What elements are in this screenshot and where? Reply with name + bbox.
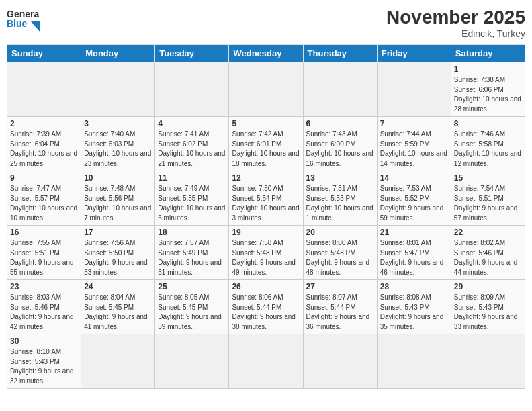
day-number: 18 (158, 228, 226, 237)
col-tuesday: Tuesday (155, 45, 229, 62)
day-number: 2 (10, 119, 78, 128)
day-number: 19 (232, 228, 300, 237)
location: Edincik, Turkey (386, 28, 525, 39)
calendar-cell: 25Sunrise: 8:05 AMSunset: 5:45 PMDayligh… (155, 280, 229, 334)
calendar-cell: 20Sunrise: 8:00 AMSunset: 5:48 PMDayligh… (303, 226, 377, 280)
day-number: 24 (84, 282, 152, 291)
day-info: Sunrise: 8:09 AMSunset: 5:43 PMDaylight:… (454, 293, 522, 332)
day-info: Sunrise: 7:54 AMSunset: 5:51 PMDaylight:… (454, 184, 522, 223)
calendar-table: Sunday Monday Tuesday Wednesday Thursday… (7, 44, 525, 389)
day-info: Sunrise: 7:44 AMSunset: 5:59 PMDaylight:… (380, 130, 448, 169)
day-number: 22 (454, 228, 522, 237)
day-number: 26 (232, 282, 300, 291)
day-number: 12 (232, 173, 300, 183)
calendar-cell (81, 62, 155, 117)
day-info: Sunrise: 7:42 AMSunset: 6:01 PMDaylight:… (232, 130, 300, 169)
calendar-cell (7, 62, 81, 117)
day-info: Sunrise: 8:04 AMSunset: 5:45 PMDaylight:… (84, 293, 152, 332)
calendar-page: General Blue November 2025 Edincik, Turk… (0, 0, 532, 411)
calendar-cell: 23Sunrise: 8:03 AMSunset: 5:46 PMDayligh… (7, 280, 81, 334)
day-number: 29 (454, 282, 522, 291)
col-wednesday: Wednesday (229, 45, 303, 62)
calendar-cell: 15Sunrise: 7:54 AMSunset: 5:51 PMDayligh… (451, 171, 525, 226)
day-info: Sunrise: 8:03 AMSunset: 5:46 PMDaylight:… (10, 293, 78, 332)
calendar-cell: 6Sunrise: 7:43 AMSunset: 6:00 PMDaylight… (303, 117, 377, 171)
day-info: Sunrise: 7:39 AMSunset: 6:04 PMDaylight:… (10, 130, 78, 169)
day-number: 4 (158, 119, 226, 128)
calendar-cell (303, 334, 377, 389)
day-number: 23 (10, 282, 78, 291)
day-number: 13 (306, 173, 374, 183)
calendar-cell (451, 334, 525, 389)
day-info: Sunrise: 8:10 AMSunset: 5:43 PMDaylight:… (10, 347, 78, 386)
day-info: Sunrise: 7:43 AMSunset: 6:00 PMDaylight:… (306, 130, 374, 169)
col-monday: Monday (81, 45, 155, 62)
svg-text:Blue: Blue (7, 18, 28, 29)
calendar-cell: 19Sunrise: 7:58 AMSunset: 5:48 PMDayligh… (229, 226, 303, 280)
day-number: 27 (306, 282, 374, 291)
day-info: Sunrise: 8:07 AMSunset: 5:44 PMDaylight:… (306, 293, 374, 332)
day-number: 10 (84, 173, 152, 183)
col-saturday: Saturday (451, 45, 525, 62)
calendar-cell (229, 62, 303, 117)
calendar-cell: 24Sunrise: 8:04 AMSunset: 5:45 PMDayligh… (81, 280, 155, 334)
logo-icon: General Blue (7, 7, 40, 34)
calendar-cell: 30Sunrise: 8:10 AMSunset: 5:43 PMDayligh… (7, 334, 81, 389)
day-number: 25 (158, 282, 226, 291)
calendar-cell: 12Sunrise: 7:50 AMSunset: 5:54 PMDayligh… (229, 171, 303, 226)
calendar-cell: 29Sunrise: 8:09 AMSunset: 5:43 PMDayligh… (451, 280, 525, 334)
calendar-cell: 2Sunrise: 7:39 AMSunset: 6:04 PMDaylight… (7, 117, 81, 171)
calendar-cell: 5Sunrise: 7:42 AMSunset: 6:01 PMDaylight… (229, 117, 303, 171)
calendar-cell (155, 334, 229, 389)
day-info: Sunrise: 8:05 AMSunset: 5:45 PMDaylight:… (158, 293, 226, 332)
calendar-cell: 10Sunrise: 7:48 AMSunset: 5:56 PMDayligh… (81, 171, 155, 226)
calendar-cell: 4Sunrise: 7:41 AMSunset: 6:02 PMDaylight… (155, 117, 229, 171)
calendar-cell: 7Sunrise: 7:44 AMSunset: 5:59 PMDaylight… (377, 117, 451, 171)
day-info: Sunrise: 7:49 AMSunset: 5:55 PMDaylight:… (158, 184, 226, 223)
day-info: Sunrise: 7:56 AMSunset: 5:50 PMDaylight:… (84, 238, 152, 277)
calendar-cell (377, 334, 451, 389)
svg-marker-2 (31, 21, 40, 32)
day-number: 14 (380, 173, 448, 183)
day-info: Sunrise: 8:01 AMSunset: 5:47 PMDaylight:… (380, 238, 448, 277)
day-number: 7 (380, 119, 448, 128)
day-number: 28 (380, 282, 448, 291)
day-info: Sunrise: 7:38 AMSunset: 6:06 PMDaylight:… (454, 75, 522, 114)
calendar-cell (81, 334, 155, 389)
col-sunday: Sunday (7, 45, 81, 62)
day-info: Sunrise: 8:06 AMSunset: 5:44 PMDaylight:… (232, 293, 300, 332)
calendar-cell: 21Sunrise: 8:01 AMSunset: 5:47 PMDayligh… (377, 226, 451, 280)
calendar-cell (377, 62, 451, 117)
day-info: Sunrise: 7:53 AMSunset: 5:52 PMDaylight:… (380, 184, 448, 223)
title-block: November 2025 Edincik, Turkey (386, 7, 525, 39)
day-info: Sunrise: 7:47 AMSunset: 5:57 PMDaylight:… (10, 184, 78, 223)
calendar-cell: 1Sunrise: 7:38 AMSunset: 6:06 PMDaylight… (451, 62, 525, 117)
day-number: 21 (380, 228, 448, 237)
calendar-cell: 3Sunrise: 7:40 AMSunset: 6:03 PMDaylight… (81, 117, 155, 171)
calendar-cell: 8Sunrise: 7:46 AMSunset: 5:58 PMDaylight… (451, 117, 525, 171)
calendar-cell: 13Sunrise: 7:51 AMSunset: 5:53 PMDayligh… (303, 171, 377, 226)
calendar-cell: 18Sunrise: 7:57 AMSunset: 5:49 PMDayligh… (155, 226, 229, 280)
col-friday: Friday (377, 45, 451, 62)
day-info: Sunrise: 7:55 AMSunset: 5:51 PMDaylight:… (10, 238, 78, 277)
calendar-header-row: Sunday Monday Tuesday Wednesday Thursday… (7, 45, 525, 62)
day-number: 1 (454, 64, 522, 74)
calendar-cell: 16Sunrise: 7:55 AMSunset: 5:51 PMDayligh… (7, 226, 81, 280)
day-info: Sunrise: 7:41 AMSunset: 6:02 PMDaylight:… (158, 130, 226, 169)
day-info: Sunrise: 8:02 AMSunset: 5:46 PMDaylight:… (454, 238, 522, 277)
day-info: Sunrise: 7:51 AMSunset: 5:53 PMDaylight:… (306, 184, 374, 223)
day-number: 17 (84, 228, 152, 237)
day-info: Sunrise: 7:40 AMSunset: 6:03 PMDaylight:… (84, 130, 152, 169)
day-number: 16 (10, 228, 78, 237)
day-number: 15 (454, 173, 522, 183)
day-number: 8 (454, 119, 522, 128)
calendar-cell: 28Sunrise: 8:08 AMSunset: 5:43 PMDayligh… (377, 280, 451, 334)
day-info: Sunrise: 8:08 AMSunset: 5:43 PMDaylight:… (380, 293, 448, 332)
day-number: 30 (10, 336, 78, 346)
day-number: 9 (10, 173, 78, 183)
calendar-cell (155, 62, 229, 117)
day-number: 11 (158, 173, 226, 183)
calendar-cell: 22Sunrise: 8:02 AMSunset: 5:46 PMDayligh… (451, 226, 525, 280)
header: General Blue November 2025 Edincik, Turk… (7, 7, 525, 39)
month-title: November 2025 (386, 7, 525, 28)
